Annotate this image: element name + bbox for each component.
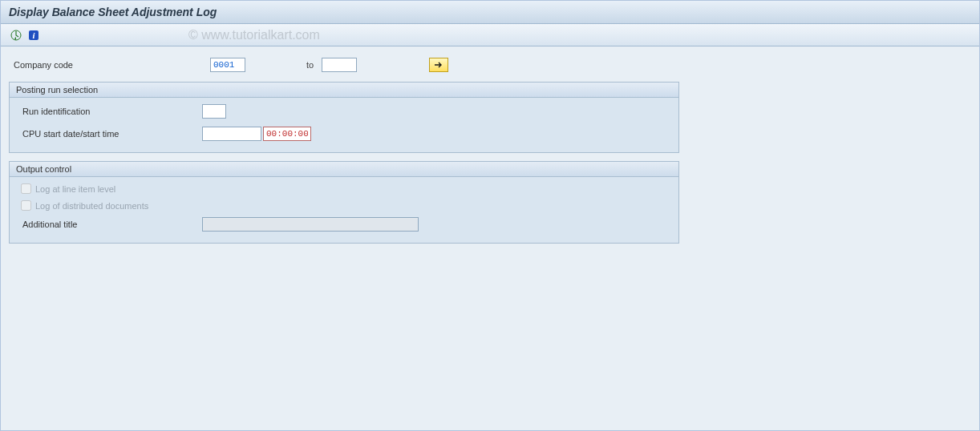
log-distributed-label: Log of distributed documents [35,201,148,211]
posting-run-group: Posting run selection Run identification… [9,82,679,153]
title-bar: Display Balance Sheet Adjustment Log [1,1,979,24]
company-code-input[interactable] [210,58,245,72]
execute-icon [10,30,22,41]
multiple-selection-button[interactable] [429,58,448,72]
additional-title-input [202,217,419,232]
company-code-to-input[interactable] [322,58,357,72]
company-code-to-label: to [306,60,314,70]
cpu-start-time-input[interactable] [263,127,311,141]
log-line-item-label: Log at line item level [35,184,115,194]
watermark-text: © www.tutorialkart.com [188,28,320,42]
log-line-item-checkbox [21,183,31,194]
cpu-start-date-input[interactable] [202,127,261,141]
additional-title-label: Additional title [18,220,202,229]
run-identification-row: Run identification [13,103,675,120]
run-identification-input[interactable] [202,104,226,119]
log-distributed-row: Log of distributed documents [13,199,675,212]
arrow-right-icon [434,61,443,69]
execute-button[interactable] [9,28,23,42]
additional-title-row: Additional title [13,216,675,233]
run-identification-label: Run identification [18,107,202,116]
log-distributed-checkbox [21,200,31,211]
info-icon: i [28,30,39,41]
info-button[interactable]: i [26,28,41,42]
output-control-header: Output control [10,162,678,177]
output-control-group: Output control Log at line item level Lo… [9,161,679,244]
page-title: Display Balance Sheet Adjustment Log [9,6,217,18]
toolbar: i © www.tutorialkart.com [1,24,979,46]
content-area: Company code to Posting run selection Ru… [1,46,979,253]
posting-run-header: Posting run selection [10,83,678,98]
cpu-start-row: CPU start date/start time [13,125,675,143]
log-line-item-row: Log at line item level [13,182,675,195]
cpu-start-label: CPU start date/start time [18,129,202,139]
company-code-label: Company code [14,60,210,70]
company-code-row: Company code to [9,56,971,74]
